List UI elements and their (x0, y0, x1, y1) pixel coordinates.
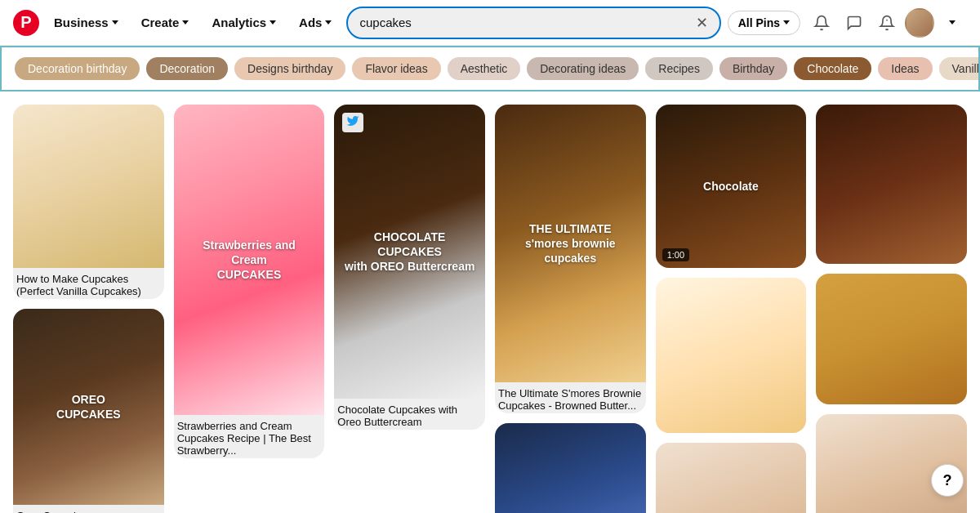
business-menu[interactable]: Business (46, 11, 127, 34)
filter-tag-decorating-ideas[interactable]: Decorating ideas (527, 57, 639, 80)
filter-tag-flavor-ideas[interactable]: Flavor ideas (352, 57, 440, 80)
pin-card-oreo-cupcakes[interactable]: OREO CUPCAKESOreo Cupcakes (13, 309, 164, 513)
account-chevron[interactable] (938, 8, 967, 38)
help-button[interactable]: ? (931, 464, 964, 497)
all-pins-button[interactable]: All Pins (728, 11, 800, 35)
analytics-menu[interactable]: Analytics (203, 11, 284, 34)
analytics-chevron-icon (270, 20, 276, 25)
filter-tag-vanilla[interactable]: Vanilla (939, 57, 980, 80)
create-menu[interactable]: Create (133, 11, 198, 34)
pin-card-butter-cupcakes[interactable] (656, 443, 807, 513)
pin-card-vanilla-cupcakes[interactable]: How to Make Cupcakes (Perfect Vanilla Cu… (13, 105, 164, 299)
filter-tag-ideas[interactable]: Ideas (878, 57, 932, 80)
filter-bar: Decoration birthdayDecorationDesigns bir… (0, 46, 980, 91)
pin-card-choc-oreo-buttercream[interactable]: CHOCOLATE CUPCAKES with OREO Buttercream… (334, 105, 485, 430)
filter-tag-aesthetic[interactable]: Aesthetic (448, 57, 521, 80)
search-input[interactable] (359, 16, 688, 29)
chat-icon (846, 15, 862, 31)
pin-card-smores-cupcakes[interactable]: THE ULTIMATE s'mores brownie cupcakesThe… (495, 105, 646, 413)
business-chevron-icon (112, 20, 118, 25)
search-clear-icon[interactable]: ✕ (696, 16, 708, 30)
avatar[interactable] (905, 8, 934, 38)
pin-card-choc3[interactable] (816, 105, 967, 264)
nav-icons (807, 8, 967, 38)
all-pins-chevron-icon (783, 20, 790, 25)
messages-button[interactable] (840, 8, 869, 38)
business-label: Business (54, 16, 109, 29)
analytics-label: Analytics (212, 16, 266, 29)
alert-icon (879, 15, 895, 31)
filter-tag-chocolate[interactable]: Chocolate (794, 57, 871, 80)
svg-point-0 (886, 19, 888, 20)
filter-tag-designs-birthday[interactable]: Designs birthday (234, 57, 345, 80)
create-chevron-icon (182, 20, 189, 25)
account-chevron-icon (949, 20, 956, 25)
filter-tag-decoration[interactable]: Decoration (146, 57, 228, 80)
ads-menu[interactable]: Ads (291, 11, 340, 34)
ads-chevron-icon (325, 20, 332, 25)
pin-card-bottom1[interactable] (816, 274, 967, 404)
filter-tag-birthday[interactable]: Birthday (719, 57, 787, 80)
pin-card-vanilla2[interactable] (656, 278, 807, 433)
create-label: Create (141, 16, 180, 29)
pin-card-choc-cupcake2[interactable]: Chocolate1:00 (656, 105, 807, 268)
notifications-bell-button[interactable] (807, 8, 836, 38)
filter-tag-decoration-birthday[interactable]: Decoration birthday (15, 57, 140, 80)
all-pins-label: All Pins (738, 16, 780, 29)
pinterest-logo[interactable]: P (13, 10, 39, 36)
search-bar: ✕ (346, 7, 720, 39)
bell-icon (813, 15, 830, 31)
navbar: P Business Create Analytics Ads ✕ All Pi… (0, 0, 980, 46)
filter-tag-recipes[interactable]: Recipes (645, 57, 713, 80)
pin-card-blue-cupcakes[interactable]: Best Cupcake Decorating Ideas (495, 423, 646, 513)
pins-grid: How to Make Cupcakes (Perfect Vanilla Cu… (0, 91, 980, 513)
ads-label: Ads (299, 16, 322, 29)
pin-card-strawberry-cupcakes[interactable]: Strawberries and Cream CUPCAKESStrawberr… (174, 105, 325, 458)
alerts-button[interactable] (872, 8, 902, 38)
